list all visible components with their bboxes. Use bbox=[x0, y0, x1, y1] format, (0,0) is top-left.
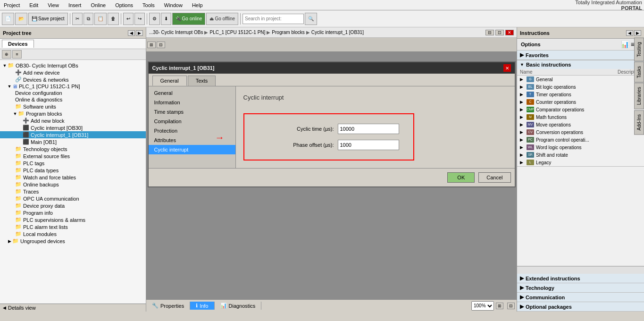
sidebar-information[interactable]: Information bbox=[149, 98, 235, 107]
search-input[interactable] bbox=[243, 14, 304, 24]
diagnostics-status[interactable]: 📊 Diagnostics bbox=[215, 302, 262, 310]
modal-close-button[interactable]: ✕ bbox=[503, 64, 511, 72]
undo-button[interactable]: ↩ bbox=[123, 13, 134, 25]
restore-btn[interactable]: ⊡ bbox=[495, 30, 504, 35]
tree-btn-2[interactable]: ≡ bbox=[12, 50, 22, 59]
tree-item-ungrouped[interactable]: ▶ 📁 Ungrouped devices bbox=[0, 237, 146, 245]
zoom-fit-btn[interactable]: ⊞ bbox=[496, 303, 503, 309]
tree-item-opc-ua[interactable]: 📁 OPC UA communication bbox=[0, 195, 146, 202]
tree-item-software-units[interactable]: 📁 Software units bbox=[0, 103, 146, 110]
modal-tab-general[interactable]: General bbox=[152, 76, 187, 86]
tree-item-add-device[interactable]: ➕ Add new device bbox=[0, 69, 146, 76]
tab-add-ins[interactable]: Add-Ins bbox=[634, 110, 644, 135]
menu-view[interactable]: View bbox=[46, 1, 61, 9]
tree-item-traces[interactable]: 📁 Traces bbox=[0, 188, 146, 195]
chart-icon[interactable]: 📊 bbox=[621, 41, 629, 48]
tree-item-plc-data-types[interactable]: 📁 PLC data types bbox=[0, 167, 146, 174]
instr-word-logic[interactable]: ▶ WL Word logic operations bbox=[517, 144, 644, 151]
devices-tab[interactable]: Devices bbox=[2, 40, 34, 48]
menu-help[interactable]: Help bbox=[190, 1, 205, 9]
cyclic-time-input[interactable] bbox=[338, 124, 399, 134]
tree-item-online-diag[interactable]: Online & diagnostics bbox=[0, 96, 146, 103]
cut-button[interactable]: ✂ bbox=[72, 13, 83, 25]
sidebar-protection[interactable]: Protection bbox=[149, 126, 235, 135]
cancel-button[interactable]: Cancel bbox=[478, 172, 510, 183]
go-online-button[interactable]: 🔌 Go online bbox=[172, 13, 206, 25]
compile-button[interactable]: ⚙ bbox=[149, 13, 160, 25]
tree-item-plc1[interactable]: ▼ 🖥 PLC_1 [CPU 1512C-1 PN] bbox=[0, 83, 146, 90]
copy-button[interactable]: ⧉ bbox=[84, 13, 93, 25]
h-scrollbar[interactable] bbox=[517, 266, 644, 274]
instructions-scroll[interactable] bbox=[517, 167, 644, 266]
close-btn[interactable]: ✕ bbox=[505, 30, 514, 35]
tree-item-plc-alarms[interactable]: 📁 PLC supervisions & alarms bbox=[0, 216, 146, 223]
modal-tab-texts[interactable]: Texts bbox=[188, 76, 216, 86]
panel-expand-btn[interactable]: ▶ bbox=[136, 30, 143, 36]
delete-button[interactable]: 🗑 bbox=[108, 13, 119, 25]
open-button[interactable]: 📂 bbox=[15, 13, 27, 25]
content-btn-2[interactable]: ⊟ bbox=[157, 42, 165, 48]
instr-counter[interactable]: ▶ C Counter operations bbox=[517, 98, 644, 106]
sidebar-cyclic-interrupt[interactable]: Cyclic interrupt bbox=[149, 145, 235, 154]
save-button[interactable]: 💾 Save project bbox=[28, 13, 68, 25]
search-button[interactable]: 🔍 bbox=[305, 13, 317, 25]
sidebar-attributes[interactable]: Attributes bbox=[149, 135, 235, 145]
tab-tasks[interactable]: Tasks bbox=[634, 62, 644, 83]
panel-collapse-btn[interactable]: ◀ bbox=[128, 30, 135, 36]
menu-project[interactable]: Project bbox=[2, 1, 22, 9]
technology-header[interactable]: ▶ Technology bbox=[517, 283, 644, 293]
tree-item-ob30[interactable]: ▼ 📁 OB30- Cyclic Interrupt OBs bbox=[0, 62, 146, 69]
tab-libraries[interactable]: Libraries bbox=[634, 83, 644, 109]
extended-instructions-header[interactable]: ▶ Extended instructions bbox=[517, 274, 644, 283]
favorites-header[interactable]: ▶ Favorites bbox=[517, 51, 644, 60]
tree-item-watch-tables[interactable]: 📁 Watch and force tables bbox=[0, 174, 146, 181]
window-menu-btn[interactable]: ⊟ bbox=[485, 30, 494, 35]
content-btn-1[interactable]: ⊞ bbox=[147, 42, 156, 48]
sidebar-general[interactable]: General bbox=[149, 88, 235, 98]
communication-header[interactable]: ▶ Communication bbox=[517, 293, 644, 302]
menu-tools[interactable]: Tools bbox=[141, 1, 157, 9]
tree-item-tech-objects[interactable]: 📁 Technology objects bbox=[0, 145, 146, 152]
redo-button[interactable]: ↪ bbox=[134, 13, 145, 25]
tree-item-backups[interactable]: 📁 Online backups bbox=[0, 181, 146, 188]
tree-item-cyclic-ob30[interactable]: ⬛ Cyclic interrupt [OB30] bbox=[0, 124, 146, 131]
tree-item-alarm-texts[interactable]: 📁 PLC alarm text lists bbox=[0, 223, 146, 230]
sidebar-compilation[interactable]: Compilation bbox=[149, 117, 235, 126]
layout-btn[interactable]: ⊟ bbox=[507, 303, 515, 309]
right-panel-btn-1[interactable]: ◀ bbox=[626, 30, 633, 36]
menu-window[interactable]: Window bbox=[162, 1, 184, 9]
instr-move[interactable]: ▶ MV Move operations bbox=[517, 121, 644, 128]
instr-comparator[interactable]: ▶ CMP Comparator operations bbox=[517, 106, 644, 113]
properties-status[interactable]: 🔧 Properties bbox=[146, 302, 190, 310]
tree-item-local-modules[interactable]: 📁 Local modules bbox=[0, 230, 146, 237]
menu-edit[interactable]: Edit bbox=[27, 1, 40, 9]
tree-item-main-ob1[interactable]: ⬛ Main [OB1] bbox=[0, 138, 146, 145]
right-panel-btn-2[interactable]: ▶ bbox=[634, 30, 641, 36]
ok-button[interactable]: OK bbox=[447, 172, 475, 183]
instr-bit-logic[interactable]: ▶ BL Bit logic operations bbox=[517, 83, 644, 91]
tree-item-program-info[interactable]: 📁 Program info bbox=[0, 209, 146, 216]
instr-timer[interactable]: ▶ T Timer operations bbox=[517, 91, 644, 98]
go-offline-button[interactable]: ⏏ Go offline bbox=[206, 13, 238, 25]
download-button[interactable]: ⬇ bbox=[161, 13, 171, 25]
tree-item-device-config[interactable]: Device configuration bbox=[0, 90, 146, 96]
tree-item-cyclic-ob31[interactable]: ⬛ Cyclic interrupt_1 [OB31] bbox=[0, 131, 146, 138]
tab-testing[interactable]: Testing bbox=[634, 38, 644, 61]
instr-legacy[interactable]: ▶ L Legacy bbox=[517, 159, 644, 166]
optional-packages-header[interactable]: ▶ Optional packages bbox=[517, 302, 644, 312]
zoom-select[interactable]: 100% bbox=[471, 301, 494, 311]
tree-item-devices-networks[interactable]: 🔗 Devices & networks bbox=[0, 76, 146, 83]
instr-general[interactable]: ▶ G General bbox=[517, 76, 644, 83]
tree-item-plc-tags[interactable]: 📁 PLC tags bbox=[0, 160, 146, 167]
instr-conversion[interactable]: ▶ CV Conversion operations bbox=[517, 128, 644, 136]
tree-item-add-block[interactable]: ➕ Add new block bbox=[0, 117, 146, 124]
new-button[interactable]: 📄 bbox=[2, 13, 14, 25]
tree-item-ext-sources[interactable]: 📁 External source files bbox=[0, 152, 146, 160]
instr-program-control[interactable]: ▶ PC Program control operati... bbox=[517, 136, 644, 144]
phase-offset-input[interactable] bbox=[338, 140, 399, 150]
instr-shift-rotate[interactable]: ▶ SR Shift and rotate bbox=[517, 151, 644, 159]
menu-insert[interactable]: Insert bbox=[67, 1, 84, 9]
tree-item-program-blocks[interactable]: ▼ 📁 Program blocks bbox=[0, 110, 146, 117]
paste-button[interactable]: 📋 bbox=[94, 13, 107, 25]
instr-math[interactable]: ▶ M Math functions bbox=[517, 113, 644, 121]
